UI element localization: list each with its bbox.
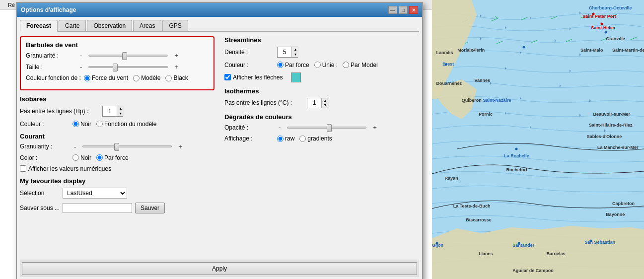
col-right: Streamlines Densité : ▲ ▼: [224, 36, 419, 256]
granularite-minus: -: [78, 52, 83, 59]
minimize-button[interactable]: —: [388, 6, 397, 14]
streamlines-couleur-group: Par force Unie : Par Model: [277, 62, 378, 69]
tab-gps[interactable]: GPS: [162, 20, 188, 31]
favourites-title: My favourites display: [20, 177, 215, 185]
affichage-row: Affichage : raw gradients: [224, 135, 419, 142]
apply-button[interactable]: Apply: [22, 262, 417, 275]
radio-parmodel[interactable]: Par Model: [343, 62, 378, 69]
dialog-window: Options d'affichage — □ ✕ Forecast Carte…: [16, 2, 423, 279]
maximize-button[interactable]: □: [399, 6, 408, 14]
granularite-label: Granularité :: [26, 52, 75, 59]
couleur-radio-group: Force du vent Modèle Black: [84, 74, 188, 81]
courant-thumb[interactable]: [114, 143, 119, 151]
afficher-fleches-checkbox[interactable]: [224, 74, 231, 80]
isobares-radio-group: Noir Fonction du modèle: [72, 121, 156, 128]
radio-fonction-modele[interactable]: Fonction du modèle: [96, 121, 156, 128]
opacite-row: Opacité : - +: [224, 124, 419, 131]
courant-granularity-label: Granularity :: [20, 143, 70, 150]
svg-point-37: [515, 148, 518, 150]
densite-spinbox[interactable]: ▲ ▼: [277, 47, 298, 58]
affichage-label: Affichage :: [224, 135, 274, 142]
radio-courant-parforce[interactable]: Par force: [96, 154, 129, 161]
svg-point-40: [590, 240, 592, 242]
radio-raw[interactable]: raw: [277, 135, 294, 142]
courant-checkbox[interactable]: [20, 165, 26, 172]
isobares-down[interactable]: ▼: [117, 111, 124, 116]
opacite-label: Opacité :: [224, 124, 274, 131]
radio-modele[interactable]: Modèle: [133, 74, 160, 81]
courant-checkbox-label[interactable]: Afficher les valeurs numériques: [20, 165, 111, 172]
densite-row: Densité : ▲ ▼: [224, 47, 419, 58]
isothermes-spinbox[interactable]: ▲ ▼: [307, 98, 328, 109]
opacite-minus: -: [277, 124, 282, 131]
granularite-row: Granularité : - +: [26, 52, 209, 59]
isothermes-pas-label: Pas entre les lignes (°C) :: [224, 99, 304, 106]
opacite-slider[interactable]: [287, 127, 366, 129]
courant-plus: +: [177, 143, 184, 150]
radio-parforce[interactable]: Par force: [277, 62, 309, 69]
isothermes-title: Isothermes: [224, 87, 419, 95]
radio-noir[interactable]: Noir: [72, 121, 91, 128]
svg-point-35: [523, 46, 525, 49]
streamlines-section: Streamlines Densité : ▲ ▼: [224, 36, 419, 82]
densite-down[interactable]: ▼: [292, 52, 299, 57]
radio-courant-noir[interactable]: Noir: [72, 154, 91, 161]
granularite-thumb[interactable]: [122, 52, 127, 60]
main-container: Ré Options d'affichage — □ ✕ Forecast Ca…: [0, 0, 644, 279]
svg-point-34: [445, 64, 447, 66]
map-area: Cherbourg-Octeville Saint Peter Port Sai…: [432, 0, 644, 279]
courant-color-row: Color : Noir Par force: [20, 154, 215, 161]
radio-black[interactable]: Black: [165, 74, 188, 81]
svg-point-41: [592, 13, 595, 15]
taille-row: Taille : - +: [26, 63, 209, 70]
couleur-row: Couleur fonction de : Force du vent Modè…: [26, 74, 209, 81]
afficher-fleches-row: Afficher les flèches: [224, 72, 419, 82]
degrades-title: Dégradés de couleurs: [224, 113, 419, 121]
sauver-sous-label: Sauver sous ...: [20, 205, 60, 211]
densite-spinbox-btns: ▲ ▼: [291, 47, 299, 57]
taille-label: Taille :: [26, 64, 75, 70]
isobares-couleur-row: Couleur : Noir Fonction du modèle: [20, 121, 215, 128]
tab-carte[interactable]: Carte: [59, 20, 86, 31]
dialog-title: Options d'affichage: [21, 6, 76, 13]
map-svg: [432, 0, 644, 279]
svg-point-39: [518, 242, 520, 245]
svg-point-38: [436, 242, 438, 245]
courant-color-group: Noir Par force: [72, 154, 129, 161]
granularite-slider[interactable]: [88, 55, 168, 57]
isobares-value[interactable]: 1: [103, 106, 117, 116]
sauver-sous-input[interactable]: [63, 203, 132, 213]
selection-dropdown[interactable]: LastUsed Default Wind Custom: [63, 188, 127, 199]
courant-slider[interactable]: [82, 145, 172, 147]
isothermes-up[interactable]: ▲: [322, 98, 329, 103]
courant-title: Courant: [20, 133, 215, 140]
densite-value[interactable]: [278, 47, 291, 57]
close-button[interactable]: ✕: [409, 6, 418, 14]
favourites-section: My favourites display Sélection LastUsed…: [20, 177, 215, 213]
densite-up[interactable]: ▲: [292, 47, 299, 52]
tab-observation[interactable]: Observation: [87, 20, 132, 31]
courant-granularity-row: Granularity : - +: [20, 143, 215, 150]
couleur-label: Couleur fonction de :: [26, 74, 81, 81]
radio-gradients[interactable]: gradients: [299, 135, 332, 142]
isothermes-value[interactable]: [307, 98, 321, 108]
radio-force-du-vent[interactable]: Force du vent: [84, 74, 128, 81]
color-swatch[interactable]: [291, 72, 301, 82]
sauver-button[interactable]: Sauver: [135, 203, 165, 213]
titlebar-controls: — □ ✕: [388, 6, 418, 14]
isobares-spinbox[interactable]: 1 ▲ ▼: [102, 106, 123, 117]
taille-thumb[interactable]: [113, 64, 118, 71]
tab-forecast[interactable]: Forecast: [20, 20, 58, 32]
sauver-row: Sauver sous ... Sauver: [20, 203, 215, 213]
selection-label: Sélection: [20, 190, 60, 197]
isothermes-spinbox-btns: ▲ ▼: [321, 98, 329, 108]
taille-slider[interactable]: [88, 66, 168, 68]
tab-areas[interactable]: Areas: [133, 20, 161, 31]
isobares-up[interactable]: ▲: [117, 106, 124, 111]
opacite-thumb[interactable]: [327, 124, 332, 132]
selection-row: Sélection LastUsed Default Wind Custom: [20, 188, 215, 199]
isothermes-down[interactable]: ▼: [322, 103, 329, 108]
afficher-fleches-checkbox-label[interactable]: Afficher les flèches: [224, 74, 283, 81]
courant-checkbox-row: Afficher les valeurs numériques: [20, 165, 215, 172]
radio-unie[interactable]: Unie :: [314, 62, 338, 69]
